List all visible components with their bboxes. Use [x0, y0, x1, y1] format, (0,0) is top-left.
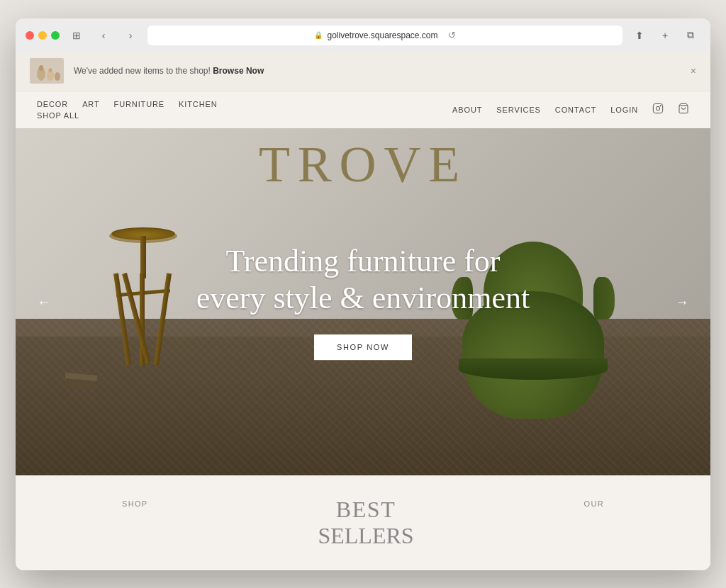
announcement-text: We've added new items to the shop! Brows… [74, 66, 264, 76]
browser-window: ⊞ ‹ › 🔒 golivetrove.squarespace.com ↺ ⬆ … [16, 18, 710, 570]
svg-rect-5 [653, 103, 662, 113]
books-decoration [65, 374, 97, 387]
website-content: We've added new items to the shop! Brows… [16, 51, 710, 570]
reload-icon[interactable]: ↺ [448, 30, 456, 40]
svg-point-4 [55, 72, 60, 81]
nav-row-2: SHOP ALL [37, 111, 218, 120]
announcement-thumbnail [30, 58, 64, 84]
sidebar-toggle-button[interactable]: ⊞ [67, 26, 86, 45]
nav-item-services[interactable]: SERVICES [496, 106, 540, 114]
vase-image [33, 60, 61, 82]
best-sellers-title: BEST [318, 497, 413, 523]
bottom-col-shop: SHOP [122, 497, 147, 509]
hero-headline: Trending furniture for every style & env… [85, 243, 641, 318]
nav-row-1: DECOR ART FURNITURE KITCHEN [37, 100, 218, 108]
svg-point-3 [49, 68, 52, 72]
instagram-icon[interactable] [652, 103, 664, 117]
back-button[interactable]: ‹ [94, 26, 113, 45]
nav-item-art[interactable]: ART [82, 100, 99, 108]
share-button[interactable]: ⬆ [630, 26, 649, 45]
carousel-next-button[interactable]: → [668, 286, 696, 317]
lock-icon: 🔒 [314, 31, 323, 39]
announcement-left: We've added new items to the shop! Brows… [30, 58, 264, 84]
nav-right: ABOUT SERVICES CONTACT LOGIN [452, 103, 689, 117]
carousel-prev-button[interactable]: ← [30, 286, 58, 317]
hero-section: TROVE Trending furniture for every style… [16, 128, 710, 475]
announcement-bar: We've added new items to the shop! Brows… [16, 51, 710, 91]
bottom-col-bestsellers: BEST SELLERS [318, 497, 413, 549]
bottom-our-label: OUR [584, 499, 604, 508]
browser-toolbar: ⊞ ‹ › 🔒 golivetrove.squarespace.com ↺ ⬆ … [26, 26, 700, 51]
bottom-section: SHOP BEST SELLERS OUR [16, 475, 710, 570]
traffic-lights [26, 31, 60, 40]
svg-point-1 [39, 65, 43, 71]
cart-icon[interactable] [678, 103, 689, 117]
nav-item-shop-all[interactable]: SHOP ALL [37, 111, 79, 120]
forward-button[interactable]: › [121, 26, 140, 45]
nav-item-kitchen[interactable]: KITCHEN [179, 100, 217, 108]
duplicate-button[interactable]: ⧉ [681, 26, 700, 45]
shop-now-button[interactable]: SHOP NOW [314, 334, 412, 360]
close-button[interactable] [26, 31, 34, 40]
svg-point-7 [660, 105, 661, 106]
bottom-col-our: OUR [584, 497, 604, 509]
nav-left: DECOR ART FURNITURE KITCHEN SHOP ALL [37, 100, 218, 120]
nav-item-furniture[interactable]: FURNITURE [114, 100, 164, 108]
svg-point-6 [656, 106, 659, 110]
url-text: golivetrove.squarespace.com [327, 30, 437, 40]
hero-text-block: Trending furniture for every style & env… [85, 243, 641, 361]
main-nav: DECOR ART FURNITURE KITCHEN SHOP ALL ABO… [16, 91, 710, 128]
nav-item-login[interactable]: LOGIN [610, 106, 638, 114]
new-tab-button[interactable]: + [655, 26, 675, 45]
site-title: TROVE [16, 128, 710, 194]
minimize-button[interactable] [38, 31, 47, 40]
browser-chrome: ⊞ ‹ › 🔒 golivetrove.squarespace.com ↺ ⬆ … [16, 18, 710, 51]
address-bar[interactable]: 🔒 golivetrove.squarespace.com ↺ [147, 26, 622, 45]
announcement-close-button[interactable]: × [691, 65, 696, 77]
best-sellers-sub: SELLERS [318, 523, 413, 549]
bottom-shop-label: SHOP [122, 499, 147, 508]
nav-item-contact[interactable]: CONTACT [555, 106, 597, 114]
maximize-button[interactable] [51, 31, 60, 40]
announcement-cta[interactable]: Browse Now [213, 66, 264, 76]
browser-actions: ⬆ + ⧉ [630, 26, 700, 45]
nav-item-about[interactable]: ABOUT [452, 106, 482, 114]
nav-item-decor[interactable]: DECOR [37, 100, 68, 108]
